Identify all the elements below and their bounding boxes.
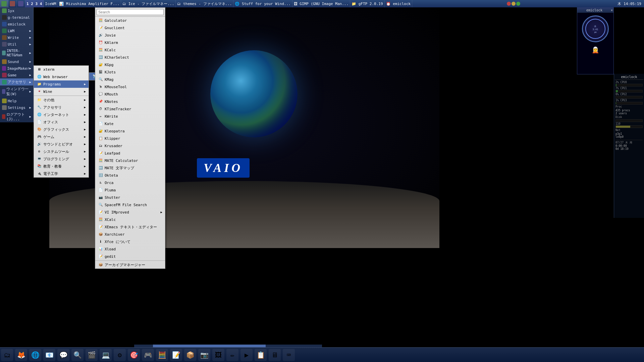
kapp-orca[interactable]: ♿Orca [95, 179, 165, 186]
menu-item-gterminal[interactable]: g-terminal [0, 14, 33, 21]
kapp-archive-mgr[interactable]: 📦アーカイブマネージャー [95, 261, 165, 268]
kapp-kate[interactable]: 📄Kate [95, 120, 165, 127]
kapp-kjots[interactable]: 📓KJots [95, 68, 165, 76]
bottom-icon-game-b[interactable]: 🎮 [142, 349, 154, 361]
bottom-icon-video[interactable]: 🎬 [86, 349, 98, 361]
close-btn[interactable] [507, 2, 511, 6]
acc-webbrowser[interactable]: 🌐Web browser [34, 73, 89, 80]
top-task-1[interactable]: 1 2 3 4 [25, 0, 44, 7]
menu-item-logout[interactable]: ログアウト(J)...▶ [0, 111, 33, 122]
bottom-icon-run-b[interactable]: ▶ [240, 349, 253, 361]
kapp-kmouth[interactable]: 💬KMouth [95, 90, 165, 98]
acc-game[interactable]: 🎮ゲーム▶ [34, 133, 89, 140]
kapp-mate-calculator[interactable]: 🧮MATE Calculator [95, 157, 165, 164]
clock-close-btn[interactable]: × [611, 8, 613, 12]
bottom-icon-console-b[interactable]: ⌨ [283, 349, 295, 361]
acc-wine[interactable]: 🍷Wine▶ [34, 88, 89, 95]
top-app-icon-1[interactable] [0, 0, 8, 7]
menu-item-settings[interactable]: Settings▶ [0, 104, 33, 111]
kapp-knotes[interactable]: 📌KNotes [95, 98, 165, 105]
bottom-icon-inkscape-b[interactable]: ✏ [226, 349, 238, 361]
min-btn[interactable] [512, 2, 516, 6]
kapp-gnuclient[interactable]: 📝Gnuclient [95, 24, 165, 32]
kapp-jovie[interactable]: 🔊Jovie [95, 32, 165, 39]
kapp-xfce-about[interactable]: ℹXfce について [95, 238, 165, 245]
kapp-xcalc[interactable]: 🧮XCalc [95, 216, 165, 223]
top-task-stuff[interactable]: 🌐 Stuff for your Wind... [233, 0, 292, 7]
kapp-galculator[interactable]: 🧮Galculator [95, 17, 165, 24]
menu-item-util[interactable]: Util▶ [0, 41, 33, 48]
bottom-icon-filemanager[interactable]: 🗂 [1, 349, 13, 361]
menu-item-lwm[interactable]: LWM▶ [0, 27, 33, 34]
acc-programs[interactable]: 📁Programs▶ [34, 80, 89, 88]
menu-item-game[interactable]: Game▶ [0, 72, 33, 78]
acc-programming[interactable]: 💻プログラミング▶ [34, 155, 89, 163]
bottom-icon-archive-b[interactable]: 📦 [184, 349, 196, 361]
acc-sonota[interactable]: 📁その他▶ [34, 96, 89, 104]
bottom-icon-network[interactable]: 🌐 [29, 349, 41, 361]
kapp-app-finder[interactable]: 🔍アプリケーションファインダー [95, 268, 165, 269]
acc-systemtools[interactable]: ⚙システムツール▶ [34, 148, 89, 155]
bottom-icon-system-b[interactable]: 🖥 [269, 349, 281, 361]
bottom-icon-terminal-b[interactable]: 💻 [100, 349, 112, 361]
acc-accessories-sub[interactable]: 🔧アクセサリ▶ [34, 104, 89, 111]
menu-item-help[interactable]: Help [0, 98, 33, 104]
bottom-icon-search[interactable]: 🔍 [71, 349, 84, 361]
top-app-icon-2[interactable] [8, 0, 17, 7]
kapp-kmousetool[interactable]: 🖱KMouseTool [95, 83, 165, 90]
max-btn[interactable] [516, 2, 520, 6]
kapp-kmag[interactable]: 🔍KMag [95, 76, 165, 83]
kapp-kalarm[interactable]: ⏰KAlarm [95, 39, 165, 46]
bottom-icon-screenshot-b[interactable]: 📷 [198, 349, 210, 361]
kapp-kcharselect[interactable]: 🔤KCharSelect [95, 54, 165, 61]
scroll-thumb[interactable] [153, 345, 266, 347]
bottom-icon-browser-ff[interactable]: 🦊 [15, 349, 27, 361]
menu-item-internet[interactable]: INTER-NET&Ham▶ [0, 48, 33, 58]
bottom-icon-gimp-b[interactable]: 🖼 [212, 349, 224, 361]
kapp-kgpg[interactable]: 🔐KGpg [95, 61, 165, 68]
top-task-themes[interactable]: 🗂 themes - ファイルマネ... [176, 0, 233, 7]
kapp-gedit[interactable]: 📝gedit [95, 253, 165, 260]
kapp-okteta[interactable]: 🔢Okteta [95, 172, 165, 179]
acc-graphics[interactable]: 🎨グラフィックス▶ [34, 126, 89, 133]
acc-sound[interactable]: 🔊サウンドとビデオ▶ [34, 140, 89, 148]
kapp-xarchiver[interactable]: 📦Xarchiver [95, 231, 165, 238]
kapp-vi[interactable]: 📝VI IMproved▶ [95, 208, 165, 216]
menu-item-imagemaker[interactable]: ImageMaker▶ [0, 65, 33, 72]
kapp-kcalc[interactable]: 🧮KCalc [95, 46, 165, 54]
bottom-icon-pidgin[interactable]: 💬 [57, 349, 69, 361]
acc-education[interactable]: 📚教育・教養▶ [34, 163, 89, 170]
kapp-pluma[interactable]: 📄Pluma [95, 186, 165, 194]
kapp-spacefm[interactable]: 🔍SpaceFM File Search [95, 201, 165, 208]
kapp-leafpad[interactable]: 📝Leafpad [95, 149, 165, 157]
top-task-icewm[interactable]: IceWM [44, 0, 58, 7]
bottom-icon-settings-b[interactable]: ⚙ [114, 349, 126, 361]
kapp-xload[interactable]: 📊Xload [95, 245, 165, 253]
menu-item-emiclock[interactable]: emiclock [0, 21, 33, 27]
kapp-klipper[interactable]: 📋Klipper [95, 135, 165, 142]
kapp-xemacs[interactable]: 📝XEmacs テキスト・エディター [95, 223, 165, 231]
menu-item-write[interactable]: Write▶ [0, 34, 33, 41]
acc-electronics[interactable]: 🔌電子工学▶ [34, 170, 89, 177]
top-task-mizushima[interactable]: 📊 Mizushima Amplifier F... [58, 0, 121, 7]
kapp-krusader[interactable]: 🗂Krusader [95, 142, 165, 149]
menu-item-sound[interactable]: Sound▶ [0, 58, 33, 65]
kapp-shutter[interactable]: 📷Shutter [95, 194, 165, 201]
kapp-ktimetracker[interactable]: ⏱KTimeTracker [95, 105, 165, 113]
bottom-icon-blender[interactable]: 🎯 [128, 349, 140, 361]
menu-item-1yx[interactable]: 1yx [0, 7, 33, 14]
kapp-mate-charmap[interactable]: 🔤MATE 文字マップ [95, 164, 165, 172]
bottom-icon-thunderbird[interactable]: 📧 [43, 349, 55, 361]
acc-xterm[interactable]: 🖥xterm [34, 66, 89, 73]
search-input[interactable] [97, 9, 164, 15]
top-task-ice-fm[interactable]: 🗂 Ice - ファイルマネー... [121, 0, 176, 7]
top-task-emiclock[interactable]: ⏰ emiclock [385, 0, 413, 7]
top-task-gftp[interactable]: 📁 gFTP 2.0.19 [350, 0, 384, 7]
menu-item-windows[interactable]: ウィンドウ一覧(W)▶ [0, 85, 33, 98]
kapp-kleopatra[interactable]: 🔐Kleopatra [95, 127, 165, 135]
menu-item-accessories[interactable]: アクセサリ▶ [0, 78, 33, 85]
kapp-kwrite[interactable]: ✏KWrite [95, 113, 165, 120]
top-app-icon-3[interactable] [17, 0, 25, 7]
acc-internet[interactable]: 🌐インターネット▶ [34, 111, 89, 118]
acc-office[interactable]: 📄オフィス▶ [34, 118, 89, 126]
